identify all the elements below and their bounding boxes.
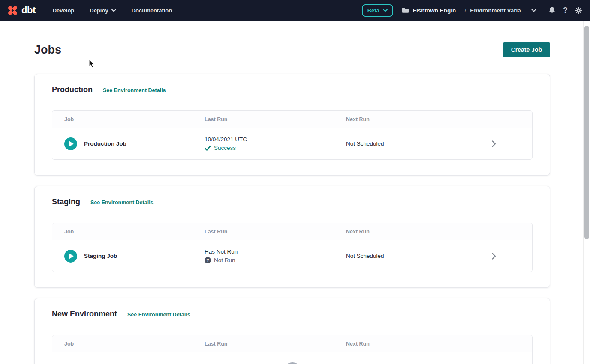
column-header-job: Job [52, 116, 205, 122]
last-run-date: Has Not Run [205, 248, 346, 255]
column-header-last-run: Last Run [205, 116, 346, 122]
breadcrumb[interactable]: Fishtown Engin... / Environment Varia... [402, 7, 536, 14]
beta-dropdown[interactable]: Beta [362, 4, 393, 17]
environment-title: Production [52, 85, 93, 94]
help-icon[interactable]: ? [563, 6, 568, 14]
bell-icon[interactable] [548, 6, 556, 14]
column-header-last-run: Last Run [205, 229, 346, 235]
vertical-scrollbar[interactable] [583, 21, 590, 364]
scrollbar-thumb[interactable] [584, 26, 589, 239]
main-content: Jobs Create Job Production See Environme… [34, 42, 550, 364]
chevron-right-icon[interactable] [492, 140, 496, 147]
column-header-job: Job [52, 341, 205, 347]
nav-right-group: Beta Fishtown Engin... / Environment Var… [362, 4, 582, 17]
see-environment-details-link[interactable]: See Environment Details [103, 87, 166, 93]
nav-item-documentation-label: Documentation [132, 7, 172, 14]
column-header-last-run: Last Run [205, 341, 346, 347]
run-job-play-button[interactable] [64, 250, 77, 263]
question-circle-icon: ? [205, 257, 211, 263]
job-table-header: Job Last Run Next Run [52, 111, 532, 128]
column-header-next-run: Next Run [346, 116, 492, 122]
breadcrumb-separator: / [465, 7, 467, 14]
status-line: ? Not Run [205, 257, 346, 263]
environment-title: Staging [52, 197, 80, 206]
column-header-next-run: Next Run [346, 229, 492, 235]
job-cell: Production Job [52, 137, 205, 150]
folder-icon [402, 7, 409, 13]
chevron-down-icon [111, 9, 116, 12]
column-header-job: Job [52, 229, 205, 235]
environment-card-production: Production See Environment Details Job L… [34, 74, 550, 176]
job-row-staging[interactable]: Staging Job Has Not Run ? Not Run Not Sc… [52, 240, 532, 272]
breadcrumb-page: Environment Varia... [470, 7, 526, 14]
next-run-cell: Not Scheduled [346, 140, 492, 147]
environment-title: New Environment [52, 310, 117, 319]
row-actions-cell [492, 253, 532, 260]
environment-card-staging: Staging See Environment Details Job Last… [34, 186, 550, 288]
environment-header: Production See Environment Details [52, 85, 533, 94]
primary-nav: Develop Deploy Documentation [53, 7, 172, 14]
job-row-production[interactable]: Production Job 10/04/2021 UTC Success No… [52, 128, 532, 159]
nav-item-deploy-label: Deploy [90, 7, 108, 14]
environment-header: New Environment See Environment Details [52, 310, 533, 319]
last-run-cell: Has Not Run ? Not Run [205, 248, 346, 263]
nav-item-deploy[interactable]: Deploy [90, 7, 116, 14]
chevron-down-icon [383, 9, 388, 12]
status-line: Success [205, 145, 346, 151]
job-table: Job Last Run Next Run Production Job [52, 110, 533, 160]
chevron-right-icon[interactable] [492, 253, 496, 260]
breadcrumb-account: Fishtown Engin... [413, 7, 461, 14]
brand-text: dbt [21, 5, 36, 16]
nav-item-develop-label: Develop [53, 7, 75, 14]
environment-card-new-environment: New Environment See Environment Details … [34, 298, 550, 364]
nav-item-documentation[interactable]: Documentation [132, 7, 172, 14]
row-actions-cell [492, 140, 532, 147]
job-name: Production Job [84, 140, 126, 147]
top-nav: dbt Develop Deploy Documentation Beta Fi… [0, 0, 590, 21]
nav-icon-group: ? [548, 6, 582, 14]
job-table-header: Job Last Run Next Run [52, 335, 532, 352]
chevron-down-icon [531, 9, 536, 12]
success-check-icon [205, 146, 211, 151]
dbt-logo[interactable]: dbt [7, 5, 36, 16]
see-environment-details-link[interactable]: See Environment Details [127, 312, 190, 318]
last-run-cell: 10/04/2021 UTC Success [205, 136, 346, 151]
column-header-next-run: Next Run [346, 341, 492, 347]
empty-state: ? [52, 352, 532, 364]
gear-icon[interactable] [575, 7, 582, 14]
job-name: Staging Job [84, 253, 117, 259]
job-table: Job Last Run Next Run ? [52, 335, 533, 364]
nav-item-develop[interactable]: Develop [53, 7, 75, 14]
status-badge: Success [214, 145, 236, 151]
job-table: Job Last Run Next Run Staging Job Ha [52, 223, 533, 272]
dbt-logo-icon [7, 5, 18, 16]
page-title: Jobs [34, 43, 61, 57]
create-job-button[interactable]: Create Job [503, 42, 550, 57]
job-table-header: Job Last Run Next Run [52, 223, 532, 240]
status-badge: Not Run [214, 257, 235, 263]
see-environment-details-link[interactable]: See Environment Details [90, 200, 154, 206]
empty-state-question-icon: ? [283, 362, 302, 364]
page-header: Jobs Create Job [34, 42, 550, 57]
last-run-date: 10/04/2021 UTC [205, 136, 346, 143]
environment-header: Staging See Environment Details [52, 197, 533, 206]
next-run-cell: Not Scheduled [346, 253, 492, 259]
job-cell: Staging Job [52, 250, 205, 263]
beta-label: Beta [367, 7, 379, 14]
run-job-play-button[interactable] [64, 137, 77, 150]
